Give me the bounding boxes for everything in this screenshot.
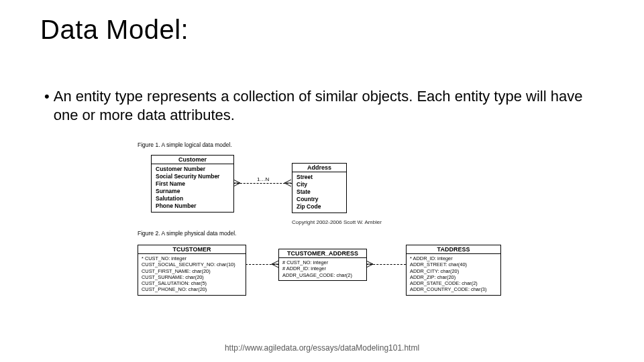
address-attr: Zip Code <box>297 203 342 210</box>
slide: Data Model: • An entity type represents … <box>0 0 644 362</box>
svg-line-2 <box>233 183 240 186</box>
taddress-attr: ADDR_STREET: char(40) <box>410 261 497 267</box>
tcustomer-address-body: # CUST_NO: integer # ADDR_ID: integer AD… <box>279 258 366 280</box>
customer-entity-body: Customer Number Social Security Number F… <box>152 164 233 212</box>
address-attr: State <box>297 188 342 196</box>
svg-line-5 <box>284 183 291 186</box>
tcustomer-entity: TCUSTOMER * CUST_NO: integer CUST_SOCIAL… <box>138 245 246 296</box>
customer-attr: Customer Number <box>156 166 229 173</box>
figures-area: Figure 1. A simple logical data model. C… <box>138 141 513 321</box>
figure1-diagram: Customer Customer Number Social Security… <box>138 151 513 230</box>
bullet-item: • An entity type represents a collection… <box>44 87 601 124</box>
figure1-copyright: Copyright 2002-2006 Scott W. Ambler <box>292 219 382 225</box>
taddress-attr: ADDR_STATE_CODE: char(2) <box>410 280 497 286</box>
tcustomer-attr: CUST_SOCIAL_SECURITY_NO: char(10) <box>142 261 242 267</box>
svg-line-6 <box>272 261 278 264</box>
customer-entity-title: Customer <box>152 156 233 164</box>
tcustomer-title: TCUSTOMER <box>138 245 246 254</box>
bullet-text: An entity type represents a collection o… <box>54 87 601 124</box>
taddress-title: TADDRESS <box>407 245 500 254</box>
tcustaddr-attr: # CUST_NO: integer <box>282 259 363 265</box>
figure2-caption: Figure 2. A simple physical data model. <box>138 230 513 237</box>
crowfoot-right-icon <box>284 179 292 187</box>
address-attr: Country <box>297 196 342 203</box>
bullet-dot: • <box>44 87 54 124</box>
customer-attr: Social Security Number <box>156 173 229 180</box>
customer-entity: Customer Customer Number Social Security… <box>151 155 234 213</box>
svg-line-8 <box>272 264 278 267</box>
svg-line-9 <box>366 261 373 264</box>
tcustaddr-attr: # ADDR_ID: integer <box>282 265 363 272</box>
source-url: http://www.agiledata.org/essays/dataMode… <box>0 343 644 353</box>
figure2-diagram: TCUSTOMER * CUST_NO: integer CUST_SOCIAL… <box>138 241 513 321</box>
figure1-caption: Figure 1. A simple logical data model. <box>138 141 513 148</box>
customer-attr: Phone Number <box>156 202 229 210</box>
address-attr: City <box>297 181 342 188</box>
tcustomer-body: * CUST_NO: integer CUST_SOCIAL_SECURITY_… <box>138 254 246 295</box>
address-entity-body: Street City State Country Zip Code <box>292 172 346 213</box>
cardinality-label: 1…N <box>257 176 269 182</box>
tcustomer-address-title: TCUSTOMER_ADDRESS <box>279 249 366 258</box>
address-entity: Address Street City State Country Zip Co… <box>292 163 347 213</box>
bullet-list: • An entity type represents a collection… <box>44 87 601 124</box>
tcustomer-attr: CUST_PHONE_NO: char(20) <box>142 286 242 292</box>
customer-attr: Surname <box>156 188 229 195</box>
crowfoot-right-icon <box>271 260 279 268</box>
address-entity-title: Address <box>292 164 346 172</box>
svg-line-11 <box>366 264 373 267</box>
customer-attr: First Name <box>156 180 229 188</box>
svg-line-0 <box>233 180 240 183</box>
taddress-entity: TADDRESS * ADDR_ID: integer ADDR_STREET:… <box>406 245 501 296</box>
slide-title: Data Model: <box>40 15 189 45</box>
taddress-attr: ADDR_ZIP: char(20) <box>410 274 497 280</box>
tcustomer-attr: CUST_FIRST_NAME: char(20) <box>142 268 242 274</box>
tcustomer-attr: CUST_SALUTATION: char(5) <box>142 280 242 286</box>
tcustomer-attr: * CUST_NO: integer <box>142 255 242 261</box>
taddress-attr: * ADDR_ID: integer <box>410 255 497 261</box>
tcustomer-attr: CUST_SURNAME: char(20) <box>142 274 242 280</box>
crowfoot-left-icon <box>366 260 374 268</box>
customer-attr: Salutation <box>156 195 229 202</box>
taddress-body: * ADDR_ID: integer ADDR_STREET: char(40)… <box>407 254 500 295</box>
tcustaddr-attr: ADDR_USAGE_CODE: char(2) <box>282 272 363 278</box>
taddress-attr: ADDR_COUNTRY_CODE: char(3) <box>410 286 497 292</box>
relationship-line <box>233 183 292 184</box>
svg-line-3 <box>284 180 291 183</box>
taddress-attr: ADDR_CITY: char(20) <box>410 268 497 274</box>
crowfoot-left-icon <box>233 179 241 187</box>
tcustomer-address-entity: TCUSTOMER_ADDRESS # CUST_NO: integer # A… <box>278 249 367 281</box>
address-attr: Street <box>297 174 342 181</box>
